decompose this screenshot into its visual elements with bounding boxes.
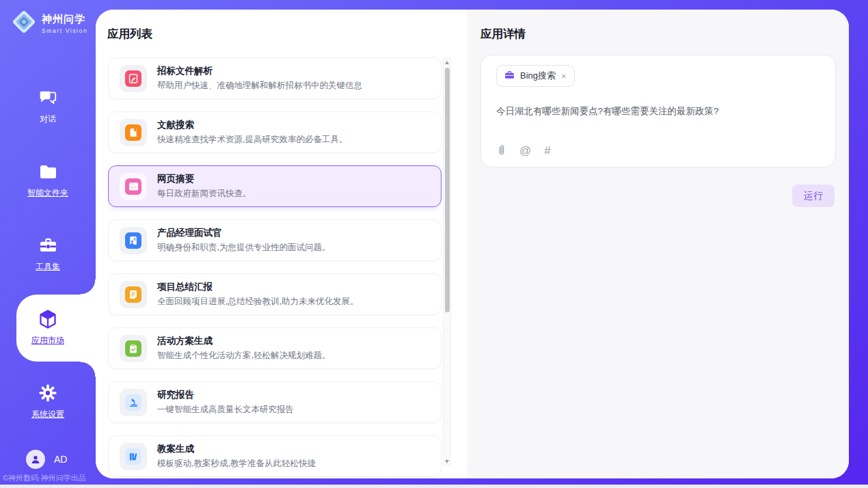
app-card-desc: 全面回顾项目进展,总结经验教训,助力未来优化发展。 — [157, 296, 358, 308]
app-card[interactable]: 产品经理面试官 明确身份和职责,为您提供专业性的面试问题。 — [108, 219, 442, 261]
prompt-toolbar: @ # — [496, 144, 551, 158]
user-row[interactable]: AD — [26, 450, 67, 469]
person-icon — [30, 454, 41, 465]
app-card[interactable]: 招标文件解析 帮助用户快速、准确地理解和解析招标书中的关键信息 — [108, 57, 442, 99]
app-list-panel: 应用列表 招标文件解析 帮助用户快速、准确地理解和解析招标书中的关键信息 文献搜… — [96, 10, 468, 478]
sidebar-nav: 对话 智能文件夹 工具集 应用市场 系统设置 — [0, 70, 96, 439]
doc-edit-icon — [125, 70, 141, 87]
app-card[interactable]: </> 网页摘要 每日政府新闻资讯快查。 — [108, 165, 442, 207]
microscope-icon — [125, 394, 141, 411]
prompt-input[interactable]: 今日湖北有哪些新闻要点?有哪些需要关注的最新政策? — [496, 105, 820, 118]
tag-close-icon[interactable]: × — [561, 72, 567, 81]
app-card-desc: 智能生成个性化活动方案,轻松解决规划难题。 — [157, 350, 330, 362]
sidebar-item-label: 工具集 — [36, 261, 60, 273]
scroll-down-button[interactable] — [443, 457, 451, 465]
sidebar-item-label: 智能文件夹 — [27, 187, 68, 199]
tool-tag-bing[interactable]: Bing搜索 × — [496, 65, 575, 87]
run-button[interactable]: 运行 — [792, 185, 835, 207]
sidebar-item-folder[interactable]: 智能文件夹 — [0, 144, 96, 217]
sidebar-item-gear[interactable]: 系统设置 — [0, 365, 96, 439]
brand-diamond-icon — [11, 9, 37, 38]
sidebar-footer: ©神州数码·神州问学出品 — [3, 473, 94, 483]
app-card-title: 教案生成 — [157, 443, 316, 455]
main-content: 应用列表 招标文件解析 帮助用户快速、准确地理解和解析招标书中的关键信息 文献搜… — [96, 10, 849, 478]
browser-code-icon: </> — [125, 178, 141, 195]
svg-text:</>: </> — [130, 185, 136, 189]
app-card-title: 研究报告 — [157, 389, 294, 401]
app-card[interactable]: 研究报告 一键智能生成高质量长文本研究报告 — [108, 381, 442, 423]
sidebar-item-label: 应用市场 — [31, 335, 64, 347]
tool-tag-label: Bing搜索 — [520, 70, 556, 82]
scrollbar[interactable] — [443, 57, 451, 466]
sidebar-item-label: 对话 — [40, 113, 56, 125]
chat-icon — [38, 88, 57, 107]
toolbox-icon — [38, 236, 57, 255]
briefcase-icon — [504, 70, 515, 82]
user-initials: AD — [54, 454, 67, 465]
avatar[interactable] — [26, 450, 45, 469]
person-doc-icon — [125, 232, 141, 249]
app-card-desc: 帮助用户快速、准确地理解和解析招标书中的关键信息 — [157, 80, 362, 92]
sidebar: 神州问学 Smart Vision 对话 智能文件夹 工具集 应用市场 系统设置… — [0, 0, 96, 488]
cube-icon — [38, 310, 57, 329]
app-card-title: 网页摘要 — [157, 173, 252, 185]
app-card-title: 产品经理面试官 — [157, 227, 330, 239]
app-card-desc: 每日政府新闻资讯快查。 — [157, 188, 252, 200]
app-card-desc: 快速精准查找学术资源,提高研究效率的必备工具。 — [157, 134, 347, 146]
mention-icon[interactable]: @ — [519, 145, 531, 157]
brand-logo: 神州问学 Smart Vision — [11, 9, 87, 38]
scrollbar-track[interactable] — [444, 66, 450, 457]
arrow-down-icon — [445, 460, 449, 463]
books-icon — [125, 448, 141, 465]
note-icon — [125, 286, 141, 303]
folder-icon — [38, 162, 57, 181]
clipboard-check-icon — [125, 340, 141, 357]
sidebar-item-chat[interactable]: 对话 — [0, 70, 96, 144]
app-card[interactable]: 教案生成 模板驱动,教案秒成,教学准备从此轻松快捷 — [108, 435, 442, 477]
scroll-up-button[interactable] — [443, 58, 451, 66]
app-card-desc: 明确身份和职责,为您提供专业性的面试问题。 — [157, 242, 330, 254]
prompt-card: Bing搜索 × 今日湖北有哪些新闻要点?有哪些需要关注的最新政策? @ # — [480, 55, 836, 167]
gear-icon — [38, 383, 57, 403]
app-detail-panel: 应用详情 Bing搜索 × 今日湖北有哪些新闻要点?有哪些需要关注的最新政策? — [469, 10, 849, 478]
app-card[interactable]: 项目总结汇报 全面回顾项目进展,总结经验教训,助力未来优化发展。 — [108, 273, 442, 315]
app-card-desc: 一键智能生成高质量长文本研究报告 — [157, 404, 294, 416]
app-card-desc: 模板驱动,教案秒成,教学准备从此轻松快捷 — [157, 458, 316, 470]
hash-icon[interactable]: # — [544, 145, 550, 157]
app-list-title: 应用列表 — [107, 27, 152, 42]
app-card-title: 项目总结汇报 — [157, 281, 358, 293]
app-card-title: 文献搜索 — [157, 119, 347, 131]
app-card-title: 招标文件解析 — [157, 65, 362, 77]
app-card[interactable]: 活动方案生成 智能生成个性化活动方案,轻松解决规划难题。 — [108, 327, 442, 369]
app-card[interactable]: 文献搜索 快速精准查找学术资源,提高研究效率的必备工具。 — [108, 111, 442, 153]
sidebar-item-cube[interactable]: 应用市场 — [0, 291, 96, 365]
sidebar-item-label: 系统设置 — [31, 409, 64, 420]
arrow-up-icon — [445, 61, 449, 64]
app-list: 招标文件解析 帮助用户快速、准确地理解和解析招标书中的关键信息 文献搜索 快速精… — [108, 57, 442, 478]
brand-name: 神州问学 — [42, 13, 87, 26]
app-detail-title: 应用详情 — [480, 27, 526, 42]
brand-subtitle: Smart Vision — [42, 27, 87, 34]
book-icon — [125, 124, 141, 141]
scrollbar-thumb[interactable] — [445, 68, 450, 312]
attach-icon[interactable] — [496, 144, 506, 158]
app-card-title: 活动方案生成 — [157, 335, 330, 347]
window-bottom-edge — [0, 485, 868, 488]
